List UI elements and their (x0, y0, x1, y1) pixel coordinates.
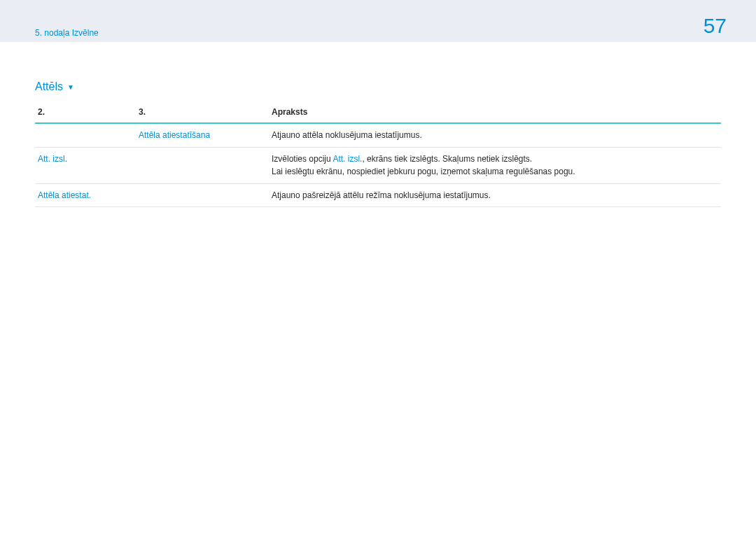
table-header-2: 2. (35, 103, 136, 123)
desc-pre: Izvēloties opciju (272, 154, 332, 164)
page-number: 57 (704, 14, 727, 38)
row-col2 (136, 183, 269, 207)
page-content: Attēls ▼ 2. 3. Apraksts Attēla atiestatī… (0, 42, 756, 207)
page-header: 5. nodaļa Izvēlne 57 (0, 0, 756, 42)
desc-line2: Lai ieslēgtu ekrānu, nospiediet jebkuru … (272, 165, 718, 178)
section-title[interactable]: Attēls ▼ (35, 80, 721, 93)
desc-inline-link[interactable]: Att. izsl. (332, 154, 362, 164)
row-col2 (136, 147, 269, 183)
table-row: Attēla atiestatīšana Atjauno attēla nokl… (35, 123, 721, 147)
table-header-desc: Apraksts (269, 103, 721, 123)
table-header-3: 3. (136, 103, 269, 123)
chevron-down-icon: ▼ (67, 83, 74, 91)
row-col1-link[interactable]: Attēla atiestat. (35, 183, 136, 207)
section-title-text: Attēls (35, 80, 63, 93)
table-header-row: 2. 3. Apraksts (35, 103, 721, 123)
settings-table: 2. 3. Apraksts Attēla atiestatīšana Atja… (35, 103, 721, 207)
breadcrumb[interactable]: 5. nodaļa Izvēlne (35, 28, 99, 38)
table-row: Att. izsl. Izvēloties opciju Att. izsl.,… (35, 147, 721, 183)
row-col2-link[interactable]: Attēla atiestatīšana (136, 123, 269, 147)
row-col1 (35, 123, 136, 147)
row-desc: Atjauno pašreizējā attēlu režīma noklusē… (269, 183, 721, 207)
row-desc: Atjauno attēla noklusējuma iestatījumus. (269, 123, 721, 147)
table-row: Attēla atiestat. Atjauno pašreizējā attē… (35, 183, 721, 207)
desc-post: , ekrāns tiek izslēgts. Skaļums netiek i… (362, 154, 532, 164)
row-col1-link[interactable]: Att. izsl. (35, 147, 136, 183)
row-desc: Izvēloties opciju Att. izsl., ekrāns tie… (269, 147, 721, 183)
